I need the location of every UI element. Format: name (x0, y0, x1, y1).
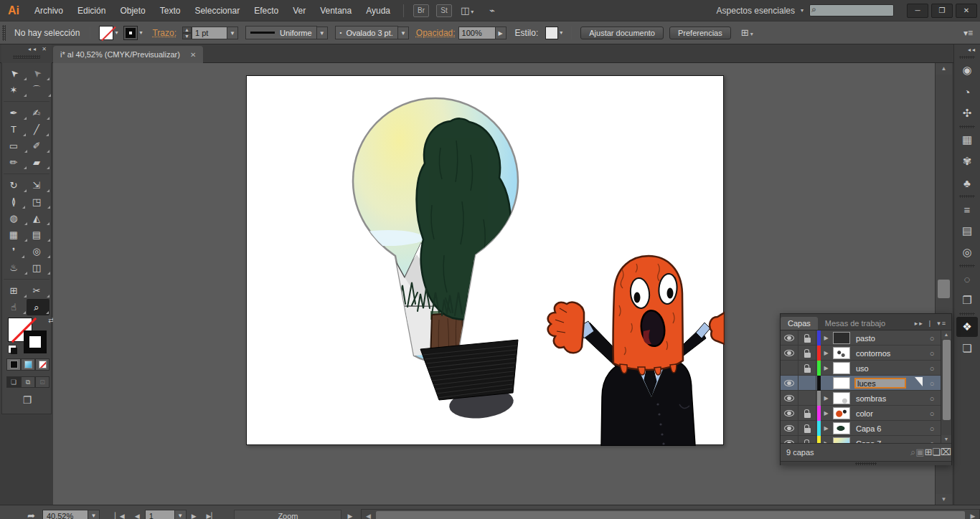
menu-edicion[interactable]: Edición (70, 6, 113, 16)
toolbar-grip[interactable] (13, 55, 40, 59)
paint-color-button[interactable] (6, 358, 21, 371)
control-panel-menu-icon[interactable]: ▾≡ (963, 28, 973, 38)
scroll-down-icon[interactable]: ▼ (941, 435, 951, 443)
paint-gradient-button[interactable] (21, 358, 35, 371)
scroll-left-icon[interactable]: ◀ (362, 513, 374, 519)
bridge-button[interactable]: Br (413, 4, 429, 17)
magic-wand-tool[interactable]: ✶ (4, 82, 27, 98)
arrange-documents-icon[interactable]: ◫▾ (461, 5, 479, 16)
next-artboard-icon[interactable]: ▶ (187, 513, 202, 519)
layer-target[interactable]: ○ (923, 376, 941, 391)
layer-name-cell[interactable] (852, 376, 923, 391)
rotate-tool[interactable]: ↻ (4, 177, 27, 194)
fill-color-dropdown[interactable]: ▾ (99, 26, 118, 40)
mesh-tool[interactable]: ▦ (4, 227, 27, 243)
layer-name[interactable]: contornos (852, 349, 890, 358)
lock-toggle[interactable] (798, 361, 816, 376)
panel-menu-icon[interactable]: ▸▸ ❘ ▾≡ (910, 320, 951, 330)
visibility-toggle[interactable] (781, 436, 798, 443)
expand-toggle[interactable]: ▶ (821, 421, 831, 436)
shape-builder-tool[interactable]: ◍ (4, 210, 27, 227)
stroke-panel-icon[interactable]: ≡ (956, 199, 978, 219)
panel-resize-grip[interactable] (781, 461, 951, 465)
line-segment-tool[interactable]: ╱ (27, 121, 50, 138)
menu-seleccionar[interactable]: Seleccionar (187, 6, 247, 16)
draw-normal-button[interactable]: ❏ (6, 376, 21, 388)
menu-objeto[interactable]: Objeto (113, 6, 152, 16)
symbol-sprayer-tool[interactable]: ♨ (4, 260, 27, 276)
scroll-up-icon[interactable]: ▲ (941, 330, 951, 339)
visibility-toggle[interactable] (781, 376, 798, 391)
pen-tool[interactable]: ✒ (4, 105, 27, 121)
scroll-up-icon[interactable]: ▲ (936, 63, 952, 75)
visibility-toggle[interactable] (781, 406, 798, 421)
scroll-down-icon[interactable]: ▼ (936, 494, 952, 505)
artboards-panel-icon[interactable]: ❏ (956, 338, 978, 358)
expand-toggle[interactable]: ▶ (821, 361, 831, 376)
eraser-tool[interactable]: ▰ (27, 154, 50, 171)
visibility-toggle[interactable] (781, 361, 798, 376)
hand-tool[interactable]: ☝ (4, 299, 27, 315)
menu-efecto[interactable]: Efecto (247, 6, 286, 16)
pixel-grid-icon[interactable]: ⊞▾ (741, 27, 759, 38)
opacity-field[interactable]: 100% (458, 27, 496, 39)
expand-toggle[interactable]: ▶ (821, 330, 831, 346)
layer-row-sombras[interactable]: ▶sombras○ (781, 391, 951, 406)
first-artboard-icon[interactable]: ▏◀ (110, 513, 130, 519)
layer-name-cell[interactable]: color (852, 406, 923, 421)
layer-row-pasto[interactable]: ▶pasto○ (781, 330, 951, 346)
artboard-number-caret[interactable]: ▼ (175, 510, 187, 519)
stroke-width-stepper[interactable]: ▲▼ (182, 27, 192, 39)
lock-toggle[interactable] (798, 406, 816, 421)
artboard-tool[interactable]: ⊞ (4, 282, 27, 299)
zoom-level-field[interactable]: 40,52% (42, 510, 88, 519)
layer-name-cell[interactable]: Capa 7 (852, 436, 923, 443)
layers-scrollbar[interactable]: ▲ ▼ (941, 330, 951, 443)
restore-button[interactable]: ❐ (931, 4, 953, 18)
vertical-scroll-thumb[interactable] (938, 280, 950, 298)
layer-target[interactable]: ○ (923, 406, 941, 421)
menu-ayuda[interactable]: Ayuda (359, 6, 397, 16)
expand-toggle[interactable]: ▶ (821, 436, 831, 443)
gradient-tool[interactable]: ▤ (27, 227, 50, 243)
stroke-profile-dropdown[interactable]: Uniforme (245, 26, 317, 39)
selection-tool[interactable]: ➤ (4, 65, 27, 82)
lock-toggle[interactable] (798, 346, 816, 361)
rectangle-tool[interactable]: ▭ (4, 138, 27, 154)
scale-tool[interactable]: ⇲ (27, 177, 50, 194)
stroke-profile-caret[interactable]: ▼ (317, 27, 328, 39)
brush-definition-dropdown[interactable]: • Ovalado 3 pt. (335, 26, 398, 39)
blend-tool[interactable]: ◎ (27, 243, 50, 260)
recolor-artwork-icon[interactable]: ✣ (956, 103, 978, 123)
delete-layer-button[interactable]: ⌧ (941, 447, 951, 457)
document-tab[interactable]: i* al 40,52% (CMYK/Previsualizar) ✕ (53, 46, 203, 63)
column-graph-tool[interactable]: ◫ (27, 260, 50, 276)
preferences-button[interactable]: Preferencias (669, 27, 731, 39)
scroll-right-icon[interactable]: ▶ (966, 513, 979, 519)
layer-row-capa-6[interactable]: ▶Capa 6○ (781, 421, 951, 436)
stroke-swatch-black[interactable] (24, 330, 47, 353)
appearance-panel-icon[interactable]: ◌ (956, 269, 978, 289)
last-artboard-icon[interactable]: ▶▏ (202, 513, 222, 519)
layer-target[interactable]: ○ (923, 361, 941, 376)
type-tool[interactable]: T (4, 121, 27, 138)
layer-target[interactable]: ○ (923, 436, 941, 443)
layer-row-color[interactable]: ▶color○ (781, 406, 951, 421)
dock-expand-icon[interactable]: ◂◂ (954, 44, 980, 54)
direct-selection-tool[interactable]: ➤ (27, 65, 50, 82)
tab-capas[interactable]: Capas (781, 317, 818, 330)
layer-name-input[interactable] (854, 378, 906, 389)
new-layer-button[interactable]: ❏ (932, 447, 941, 457)
draw-inside-button[interactable]: ⊡ (35, 376, 50, 388)
layer-target[interactable]: ○ (923, 391, 941, 406)
menu-ventana[interactable]: Ventana (313, 6, 359, 16)
gradient-panel-icon[interactable]: ▤ (956, 221, 978, 241)
graphic-styles-panel-icon[interactable]: ❐ (956, 290, 978, 310)
stroke-width-caret[interactable]: ▼ (227, 27, 238, 39)
paint-none-button[interactable] (35, 358, 50, 371)
opacity-caret[interactable]: ▶ (496, 27, 507, 39)
stroke-label[interactable]: Trazo: (152, 28, 176, 38)
width-tool[interactable]: ≬ (4, 194, 27, 210)
swatches-panel-icon[interactable]: ▦ (956, 130, 978, 150)
layer-name[interactable]: sombras (852, 394, 886, 403)
